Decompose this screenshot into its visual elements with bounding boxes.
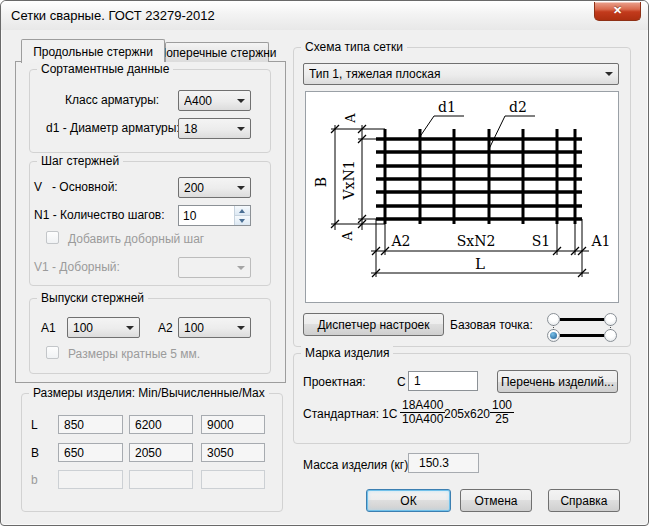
close-button[interactable]: ✕: [594, 2, 641, 21]
a1-outlet-value: 100: [73, 321, 122, 335]
size-row-b-label: b: [31, 473, 38, 487]
base-point-radio-bottom-right[interactable]: [604, 329, 617, 342]
diagram-label-L: L: [475, 255, 485, 273]
size-B-min-field[interactable]: [58, 443, 123, 462]
multiple-of-5-checkbox[interactable]: [46, 346, 59, 359]
a1-outlet-label: A1: [41, 321, 56, 335]
chevron-down-icon: [237, 186, 245, 190]
d1-diameter-value: 18: [184, 122, 233, 136]
rebar-class-value: A400: [184, 94, 233, 108]
chevron-down-icon: [237, 99, 245, 103]
group-sortament-title: Сортаментные данные: [37, 62, 173, 76]
v-main-step-label: V - Основной:: [34, 180, 118, 194]
v1-extra-step-label: V1 - Доборный:: [34, 260, 120, 274]
standard-mark-fraction-2: 100 25: [490, 399, 514, 426]
a2-outlet-value: 100: [184, 321, 233, 335]
spinner-down-button[interactable]: [235, 216, 250, 225]
size-b-max-field: [201, 470, 265, 489]
size-L-calc-field[interactable]: [129, 415, 193, 434]
diagram-label-A-bottom: A: [340, 231, 355, 242]
rebar-class-select[interactable]: A400: [178, 90, 251, 111]
diagram-label-A-top: A: [343, 113, 358, 124]
help-button[interactable]: Справка: [548, 489, 620, 512]
settings-manager-button[interactable]: Диспетчер настроек: [303, 313, 444, 336]
mesh-diagram-panel: d1 d2: [305, 91, 619, 303]
size-row-L-label: L: [31, 418, 38, 432]
mesh-type-select[interactable]: Тип 1, тяжелая плоская: [303, 63, 619, 85]
base-point-radio-top-right[interactable]: [604, 313, 617, 326]
fraction-numerator: 18A400: [400, 399, 445, 413]
standard-mark-fraction-1: 18A400 10A400: [400, 399, 445, 426]
ok-button[interactable]: ОК: [366, 489, 451, 512]
extra-step-checkbox-label: Добавить доборный шаг: [68, 232, 204, 246]
a2-outlet-select[interactable]: 100: [178, 317, 251, 338]
diagram-label-d1: d1: [438, 99, 456, 115]
v-main-step-value: 200: [184, 181, 233, 195]
base-point-radio-bottom-left[interactable]: [547, 329, 560, 342]
size-B-max-field[interactable]: [201, 443, 265, 462]
diagram-label-d2: d2: [509, 99, 527, 115]
size-B-calc-field[interactable]: [129, 443, 193, 462]
tab-longitudinal-bars[interactable]: Продольные стержни: [21, 39, 165, 63]
chevron-down-icon: [605, 72, 613, 76]
group-mark-title: Марка изделия: [301, 346, 393, 360]
v-main-step-select[interactable]: 200: [178, 177, 251, 198]
spinner-buttons: [234, 206, 250, 225]
size-b-calc-field: [129, 470, 193, 489]
standard-mark-prefix: 1С: [382, 407, 397, 421]
mesh-type-value: Тип 1, тяжелая плоская: [309, 67, 601, 81]
fraction-numerator: 100: [490, 399, 514, 413]
n1-steps-count-input[interactable]: [179, 206, 234, 225]
a2-outlet-label: A2: [158, 321, 173, 335]
project-mark-prefix: С: [397, 375, 406, 389]
spinner-up-button[interactable]: [235, 206, 250, 216]
n1-steps-count-spinner[interactable]: [178, 205, 251, 226]
standard-mark-label: Стандартная:: [303, 407, 379, 421]
mass-field[interactable]: [408, 453, 479, 473]
chevron-down-icon: [237, 266, 245, 270]
window-title: Сетки сварные. ГОСТ 23279-2012: [11, 8, 215, 23]
extra-step-checkbox[interactable]: [46, 231, 59, 244]
d1-diameter-select[interactable]: 18: [178, 118, 251, 139]
chevron-down-icon: [126, 326, 134, 330]
v1-extra-step-select: [178, 257, 251, 278]
chevron-down-icon: [237, 127, 245, 131]
size-L-max-field[interactable]: [201, 415, 265, 434]
dialog-window: Сетки сварные. ГОСТ 23279-2012 ✕ Продоль…: [0, 0, 649, 526]
rebar-class-label: Класс арматуры:: [65, 93, 159, 107]
size-row-B-label: B: [31, 446, 39, 460]
diagram-label-S1: S1: [532, 233, 551, 249]
group-step-title: Шаг стержней: [37, 154, 123, 168]
base-point-line-bottom: [560, 334, 604, 337]
product-list-button[interactable]: Перечень изделий...: [497, 370, 618, 393]
diagram-label-VxN1: VxN1: [341, 160, 357, 200]
standard-mark-size: 205x620: [444, 407, 490, 421]
base-point-line-top: [560, 318, 604, 321]
n1-steps-count-label: N1 - Количество шагов:: [34, 208, 165, 222]
a1-outlet-select[interactable]: 100: [67, 317, 140, 338]
title-bar: Сетки сварные. ГОСТ 23279-2012: [1, 1, 648, 30]
fraction-denominator: 10A400: [400, 413, 445, 426]
project-mark-label: Проектная:: [303, 375, 366, 389]
cancel-button[interactable]: Отмена: [460, 489, 532, 512]
diagram-label-SxN2: SxN2: [457, 233, 496, 249]
diagram-label-A2: A2: [390, 233, 410, 249]
group-sizes-title: Размеры изделия: Min/Вычисленные/Max: [29, 386, 269, 400]
group-sortament: [29, 69, 271, 153]
base-point-selector: [547, 313, 617, 342]
mass-label: Масса изделия (кг):: [303, 458, 412, 472]
group-scheme-title: Схема типа сетки: [301, 40, 407, 54]
project-mark-input[interactable]: [408, 371, 478, 391]
diagram-label-A1: A1: [590, 233, 610, 249]
multiple-of-5-checkbox-label: Размеры кратные 5 мм.: [68, 347, 200, 361]
size-b-min-field: [58, 470, 123, 489]
group-mark: [293, 353, 631, 444]
base-point-label: Базовая точка:: [450, 318, 533, 332]
size-L-min-field[interactable]: [58, 415, 123, 434]
chevron-down-icon: [237, 326, 245, 330]
mesh-diagram: d1 d2: [306, 92, 618, 302]
base-point-radio-top-left[interactable]: [547, 313, 560, 326]
diagram-label-B: B: [313, 177, 329, 187]
tab-transverse-bars[interactable]: Поперечные стержни: [165, 42, 269, 62]
fraction-denominator: 25: [490, 413, 514, 426]
